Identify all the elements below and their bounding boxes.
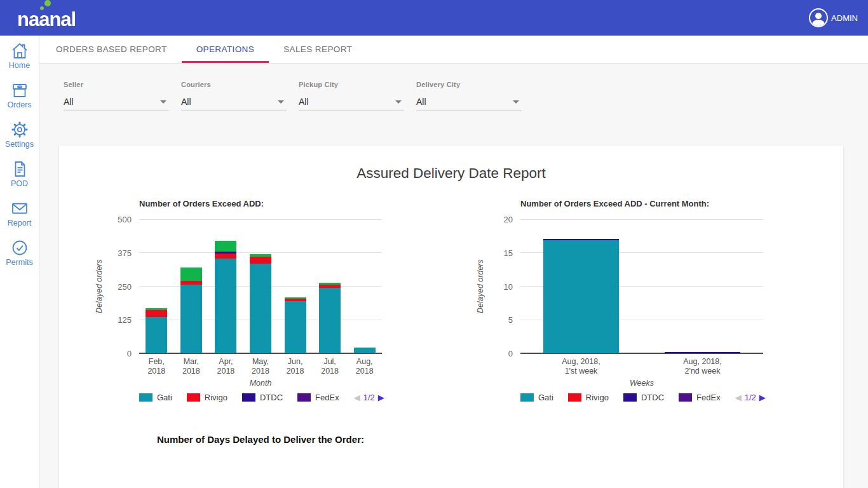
bar-segment-unlabeled-green-courier-legend-page-2 — [180, 268, 202, 281]
sidebar-item-label: Home — [9, 61, 30, 70]
sidebar-item-permits[interactable]: Permits — [0, 238, 39, 278]
user-label: ADMIN — [831, 13, 858, 23]
legend-label: Rivigo — [205, 393, 227, 402]
y-tick-label: 500 — [118, 215, 132, 224]
y-tick-label: 250 — [118, 282, 132, 292]
chart-orders-exceed-add-current-month: Number of Orders Exceed ADD - Current Mo… — [474, 199, 763, 402]
user-menu[interactable]: ADMIN — [809, 8, 858, 27]
bar-segment-Gati — [285, 301, 306, 353]
x-axis-labels: Feb,2018Mar,2018Apr,2018May,2018Jun,2018… — [139, 357, 382, 377]
bar-segment-Rivigo — [285, 299, 306, 301]
legend-page-indicator: 1/2 — [745, 393, 756, 402]
x-axis-title: Weeks — [520, 379, 763, 388]
chevron-down-icon — [278, 100, 284, 104]
x-category-label: Aug, 2018,2'nd week — [642, 357, 763, 376]
legend-page-indicator: 1/2 — [363, 393, 375, 402]
bar-segment-unlabeled-green-courier-legend-page-2 — [215, 241, 236, 252]
sidebar-item-home[interactable]: Home — [0, 41, 39, 81]
plot-area — [520, 219, 763, 353]
bar-segment-unlabeled-green-courier-legend-page-2 — [146, 308, 167, 310]
legend-item-gati: Gati — [520, 393, 553, 402]
report-card: Assured Delivery Date Report Number of O… — [59, 146, 843, 488]
y-tick-label: 10 — [504, 282, 513, 292]
bar-segment-DTDC — [543, 239, 619, 240]
sidebar-item-pod[interactable]: POD — [0, 159, 39, 199]
chart-orders-exceed-add: Number of Orders Exceed ADD: Delayed ord… — [93, 199, 382, 402]
chart-title: Number of Orders Exceed ADD - Current Mo… — [520, 199, 763, 208]
legend-prev-icon[interactable]: ◀ — [354, 393, 360, 402]
bar-segment-unlabeled-green-courier-legend-page-2 — [285, 297, 306, 299]
delivery-city-select[interactable]: All — [416, 93, 522, 111]
filter-label: Pickup City — [299, 81, 404, 88]
bar-segment-Gati — [180, 285, 202, 353]
legend-item-dtdc: DTDC — [242, 393, 283, 402]
logo-dot-small-icon — [40, 6, 44, 10]
bar-segment-Gati — [215, 259, 236, 353]
bar-segment-Gati — [250, 264, 271, 353]
sidebar-item-orders[interactable]: Orders — [0, 81, 39, 120]
y-axis-title: Delayed orders — [93, 219, 105, 353]
legend-item-gati: Gati — [139, 393, 172, 402]
y-tick-label: 5 — [508, 315, 513, 325]
couriers-select[interactable]: All — [181, 93, 287, 111]
legend-pager: ◀ 1/2 ▶ — [735, 393, 766, 402]
legend-item-rivigo: Rivigo — [187, 393, 227, 402]
pickup-city-select[interactable]: All — [299, 93, 404, 111]
legend-swatch — [679, 393, 692, 402]
main-content: Seller All Couriers All Pickup City All … — [39, 64, 868, 488]
legend-item-rivigo: Rivigo — [568, 393, 609, 402]
sidebar-item-label: Permits — [6, 258, 32, 267]
bar-segment-Gati — [146, 317, 167, 353]
chevron-down-icon — [160, 100, 166, 104]
tab-orders-based-report[interactable]: ORDERS BASED REPORT — [41, 36, 182, 63]
sidebar-item-report[interactable]: Report — [0, 199, 39, 238]
app-header: naanal ADMIN — [0, 0, 868, 36]
bar-segment-unlabeled-green-courier-legend-page-2 — [354, 348, 376, 348]
page-title: Assured Delivery Date Report — [59, 146, 843, 182]
legend-label: FedEx — [315, 393, 339, 402]
filter-delivery-city: Delivery City All — [416, 81, 522, 111]
legend-next-icon[interactable]: ▶ — [759, 393, 766, 402]
y-tick-label: 0 — [508, 349, 513, 358]
legend-prev-icon[interactable]: ◀ — [735, 393, 742, 402]
legend-items: GatiRivigoDTDCFedEx — [139, 393, 354, 402]
gridline — [139, 252, 382, 253]
x-axis-title: Month — [139, 379, 382, 388]
x-axis-labels: Aug, 2018,1'st weekAug, 2018,2'nd week — [520, 357, 763, 377]
bar-segment-DTDC — [215, 252, 236, 254]
bar-segment-DTDC — [665, 352, 740, 353]
box-icon — [10, 81, 29, 100]
legend-swatch — [520, 393, 534, 402]
chart-title: Number of Orders Exceed ADD: — [139, 199, 382, 208]
chevron-down-icon — [395, 100, 402, 104]
bar-segment-Rivigo — [146, 310, 167, 318]
tab-sales-report[interactable]: SALES REPORT — [269, 36, 367, 63]
legend-label: Rivigo — [586, 393, 609, 402]
selected-value: All — [416, 97, 513, 107]
x-category-label: Jul,2018 — [313, 357, 348, 376]
bar-segment-Gati — [543, 240, 619, 353]
logo-dot-icon — [44, 0, 51, 6]
filter-pickup-city: Pickup City All — [299, 81, 404, 111]
legend-label: Gati — [157, 393, 172, 402]
y-tick-label: 375 — [118, 248, 132, 258]
sidebar-item-settings[interactable]: Settings — [0, 120, 39, 159]
filter-label: Couriers — [181, 81, 287, 88]
seller-select[interactable]: All — [64, 93, 169, 111]
x-category-label: May,2018 — [243, 357, 278, 376]
tab-operations[interactable]: OPERATIONS — [182, 36, 269, 63]
selected-value: All — [181, 97, 278, 107]
charts-row: Number of Orders Exceed ADD: Delayed ord… — [59, 199, 843, 402]
y-tick-label: 15 — [504, 248, 513, 258]
gear-icon — [10, 120, 29, 139]
legend-next-icon[interactable]: ▶ — [378, 393, 384, 402]
legend-swatch — [242, 393, 255, 402]
x-category-label: Mar,2018 — [174, 357, 209, 376]
legend-swatch — [187, 393, 200, 402]
user-avatar-icon[interactable] — [809, 8, 828, 27]
filter-row: Seller All Couriers All Pickup City All … — [39, 64, 868, 111]
selected-value: All — [64, 97, 160, 107]
report-tabbar: ORDERS BASED REPORT OPERATIONS SALES REP… — [39, 36, 868, 64]
check-badge-icon — [10, 238, 29, 257]
x-category-label: Feb,2018 — [139, 357, 174, 376]
